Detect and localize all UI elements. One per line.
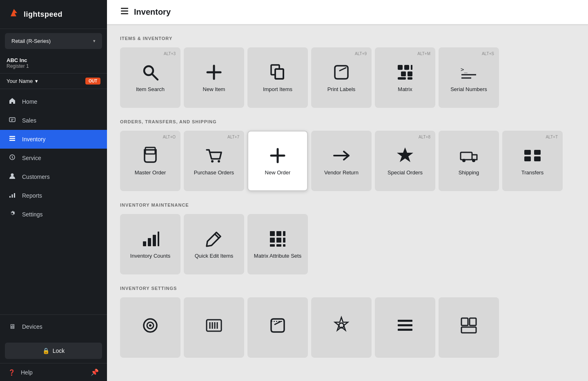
lock-button[interactable]: 🔒 Lock bbox=[5, 343, 102, 359]
shipping-icon bbox=[459, 146, 479, 165]
svg-rect-48 bbox=[153, 235, 156, 246]
vendor-return-card[interactable]: Vendor Return bbox=[311, 131, 372, 191]
svg-point-7 bbox=[11, 174, 14, 176]
inventory-counts-card[interactable]: Inventory Counts bbox=[120, 214, 180, 274]
svg-rect-47 bbox=[148, 238, 151, 246]
settings-3-icon bbox=[268, 316, 287, 335]
settings-card-1[interactable] bbox=[120, 297, 180, 358]
special-orders-shortcut: ALT+8 bbox=[419, 135, 430, 139]
purchase-orders-card[interactable]: ALT+7 Purchase Orders bbox=[184, 131, 244, 191]
register-name: Register 1 bbox=[7, 63, 100, 69]
sidebar-item-home[interactable]: Home bbox=[0, 92, 107, 111]
svg-rect-32 bbox=[145, 147, 155, 154]
svg-rect-19 bbox=[275, 69, 283, 79]
transfers-shortcut: ALT+T bbox=[546, 135, 558, 139]
inventory-counts-label: Inventory Counts bbox=[127, 253, 174, 260]
main-header: Inventory bbox=[107, 0, 588, 25]
sidebar-item-settings[interactable]: Settings bbox=[0, 205, 107, 224]
help-row[interactable]: ❓ Help 📌 bbox=[0, 363, 107, 381]
new-item-icon bbox=[204, 62, 224, 82]
settings-6-icon bbox=[459, 316, 479, 335]
svg-rect-23 bbox=[404, 65, 409, 70]
user-name[interactable]: Your Name ▾ bbox=[7, 78, 38, 84]
settings-card-3[interactable] bbox=[247, 297, 308, 358]
shipping-card[interactable]: Shipping bbox=[439, 131, 499, 191]
settings-5-icon bbox=[395, 316, 415, 335]
import-items-icon bbox=[268, 62, 287, 82]
transfers-card[interactable]: ALT+T Transfers bbox=[502, 131, 563, 191]
items-inventory-grid: ALT+3 Item Search New Item bbox=[120, 47, 575, 108]
logo-text: lightspeed bbox=[24, 10, 62, 19]
company-name: ABC Inc bbox=[7, 57, 100, 63]
new-item-card[interactable]: New Item bbox=[184, 47, 244, 108]
svg-rect-9 bbox=[12, 194, 13, 198]
lock-icon: 🔒 bbox=[42, 348, 49, 354]
import-items-card[interactable]: Import Items bbox=[247, 47, 308, 108]
navigation: HomeSalesInventoryServiceCustomersReport… bbox=[0, 89, 107, 314]
quick-edit-card[interactable]: Quick Edit Items bbox=[184, 214, 244, 274]
sidebar-item-service[interactable]: Service bbox=[0, 149, 107, 167]
print-labels-card[interactable]: ALT+9 Print Labels bbox=[311, 47, 372, 108]
new-item-label: New Item bbox=[200, 86, 229, 93]
item-search-card[interactable]: ALT+3 Item Search bbox=[120, 47, 180, 108]
settings-4-icon bbox=[332, 316, 351, 335]
orders-section-title: ORDERS, TRANSFERS, AND SHIPPING bbox=[120, 119, 575, 124]
svg-rect-0 bbox=[9, 118, 15, 122]
reports-icon bbox=[8, 191, 16, 200]
svg-rect-56 bbox=[283, 238, 285, 243]
settings-1-icon bbox=[140, 316, 160, 335]
sidebar-item-label: Settings bbox=[22, 211, 43, 218]
settings-card-4[interactable] bbox=[311, 297, 372, 358]
svg-point-40 bbox=[462, 159, 466, 162]
help-icon: ❓ bbox=[8, 369, 15, 376]
new-order-card[interactable]: New Order bbox=[247, 131, 308, 191]
master-order-icon bbox=[140, 146, 160, 165]
vendor-return-icon bbox=[332, 146, 351, 165]
page-title: Inventory bbox=[134, 7, 171, 17]
settings-card-2[interactable] bbox=[184, 297, 244, 358]
svg-rect-13 bbox=[121, 13, 128, 14]
serial-numbers-card[interactable]: ALT+S >_ Serial Numbers bbox=[439, 47, 499, 108]
main-scrollable-content: ITEMS & INVENTORY ALT+3 Item Search New … bbox=[107, 25, 588, 381]
sidebar-item-reports[interactable]: Reports bbox=[0, 186, 107, 205]
sidebar-item-customers[interactable]: Customers bbox=[0, 167, 107, 186]
sidebar-item-inventory[interactable]: Inventory bbox=[0, 130, 107, 149]
matrix-card[interactable]: ALT+M Matrix bbox=[375, 47, 435, 108]
svg-rect-28 bbox=[408, 77, 412, 80]
quick-edit-label: Quick Edit Items bbox=[192, 253, 237, 260]
svg-rect-71 bbox=[398, 320, 412, 322]
print-labels-icon bbox=[332, 62, 351, 82]
matrix-attr-card[interactable]: Matrix Attribute Sets bbox=[247, 214, 308, 274]
inv-settings-section: INVENTORY SETTINGS bbox=[120, 286, 575, 358]
maintenance-section-title: INVENTORY MAINTENANCE bbox=[120, 203, 575, 207]
inv-settings-section-title: INVENTORY SETTINGS bbox=[120, 286, 575, 291]
new-order-icon bbox=[268, 146, 287, 165]
main-content-area: Inventory ITEMS & INVENTORY ALT+3 Item S… bbox=[107, 0, 588, 381]
out-badge: OUT bbox=[85, 78, 100, 85]
help-left: ❓ Help bbox=[8, 369, 33, 376]
svg-line-21 bbox=[340, 68, 346, 71]
svg-rect-43 bbox=[524, 156, 531, 161]
master-order-card[interactable]: ALT+O Master Order bbox=[120, 131, 180, 191]
item-search-label: Item Search bbox=[133, 86, 168, 93]
special-orders-card[interactable]: ALT+8 Special Orders bbox=[375, 131, 435, 191]
svg-rect-12 bbox=[121, 11, 128, 12]
print-labels-label: Print Labels bbox=[324, 86, 359, 93]
svg-rect-53 bbox=[283, 231, 285, 236]
settings-card-5[interactable] bbox=[375, 297, 435, 358]
svg-rect-24 bbox=[411, 65, 412, 70]
svg-marker-38 bbox=[397, 147, 413, 162]
lightspeed-logo-icon bbox=[8, 7, 20, 21]
sidebar-item-sales[interactable]: Sales bbox=[0, 111, 107, 130]
svg-rect-72 bbox=[398, 324, 412, 326]
svg-point-62 bbox=[149, 324, 151, 327]
master-order-shortcut: ALT+O bbox=[163, 135, 176, 139]
sidebar-item-devices[interactable]: 🖥 Devices bbox=[0, 318, 107, 335]
svg-rect-59 bbox=[283, 244, 285, 247]
matrix-shortcut: ALT+M bbox=[417, 51, 430, 56]
svg-rect-5 bbox=[9, 140, 15, 141]
store-selector[interactable]: Retail (R-Series) ▾ bbox=[5, 33, 102, 49]
lock-label: Lock bbox=[53, 348, 65, 354]
settings-card-6[interactable] bbox=[439, 297, 499, 358]
svg-rect-27 bbox=[398, 77, 406, 80]
